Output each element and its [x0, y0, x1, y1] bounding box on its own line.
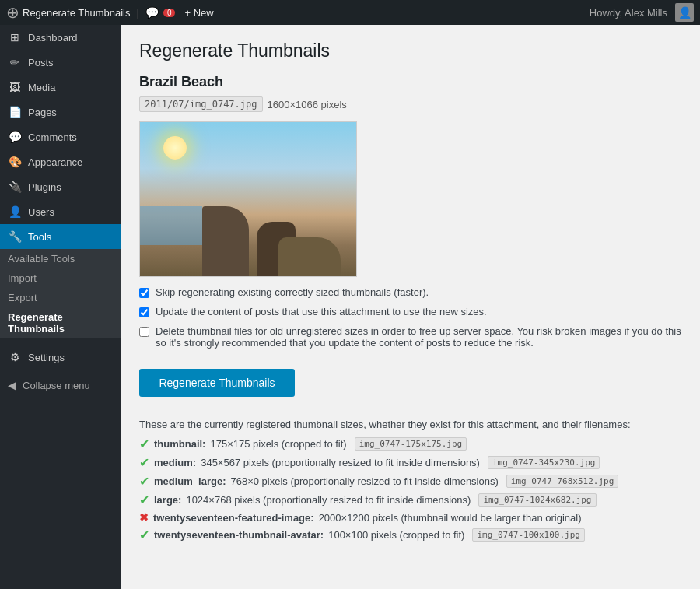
delete-old-checkbox[interactable]	[139, 327, 149, 337]
thumb-name-4: twentyseventeen-featured-image:	[153, 512, 314, 524]
check-icon-0: ✔	[139, 436, 149, 451]
sidebar-label-comments: Comments	[28, 131, 77, 143]
sidebar-label-tools: Tools	[28, 231, 51, 243]
collapse-icon: ◀	[8, 379, 16, 391]
settings-icon: ⚙	[8, 351, 22, 363]
plugins-icon: 🔌	[8, 181, 22, 193]
sidebar-item-plugins[interactable]: 🔌 Plugins	[0, 174, 121, 199]
skip-existing-checkbox[interactable]	[139, 288, 149, 298]
sidebar: ⊞ Dashboard ✏ Posts 🖼 Media 📄 Pages 💬 Co…	[0, 25, 121, 589]
update-content-checkbox[interactable]	[139, 307, 149, 317]
main-content: Regenerate Thumbnails Brazil Beach 2011/…	[121, 25, 700, 589]
sidebar-label-appearance: Appearance	[28, 156, 82, 168]
sidebar-label-plugins: Plugins	[28, 181, 61, 193]
thumb-file-2: img_0747-768x512.jpg	[506, 475, 618, 488]
rock3-decoration	[278, 237, 341, 276]
thumb-row-5: ✔ twentyseventeen-thumbnail-avatar: 100×…	[139, 528, 681, 542]
thumb-row-4: ✖ twentyseventeen-featured-image: 2000×1…	[139, 511, 681, 524]
users-icon: 👤	[8, 205, 22, 218]
user-avatar: 👤	[675, 3, 694, 22]
dashboard-icon: ⊞	[8, 31, 22, 44]
filename-row: 2011/07/img_0747.jpg 1600×1066 pixels	[139, 96, 681, 112]
check-icon-1: ✔	[139, 455, 149, 470]
sidebar-label-dashboard: Dashboard	[28, 32, 78, 44]
filename-badge: 2011/07/img_0747.jpg	[139, 96, 263, 112]
sidebar-item-users[interactable]: 👤 Users	[0, 199, 121, 224]
sidebar-item-settings[interactable]: ⚙ Settings	[0, 345, 121, 370]
sidebar-item-pages[interactable]: 📄 Pages	[0, 100, 121, 124]
appearance-icon: 🎨	[8, 156, 22, 168]
sidebar-label-settings: Settings	[28, 352, 65, 363]
checkbox-update-content: Update the content of posts that use thi…	[139, 306, 681, 317]
error-icon-4: ✖	[139, 511, 149, 524]
pages-icon: 📄	[8, 106, 22, 118]
image-preview	[139, 121, 357, 277]
sidebar-item-media[interactable]: 🖼 Media	[0, 75, 121, 100]
thumb-name-1: medium:	[154, 457, 196, 468]
check-icon-5: ✔	[139, 528, 149, 542]
sidebar-label-pages: Pages	[28, 107, 57, 118]
thumb-name-5: twentyseventeen-thumbnail-avatar:	[154, 529, 324, 541]
sub-export[interactable]: Export	[0, 288, 121, 307]
comments-icon[interactable]: 💬	[145, 6, 159, 19]
posts-icon: ✏	[8, 56, 22, 68]
sidebar-item-tools[interactable]: 🔧 Tools	[0, 224, 121, 249]
sidebar-item-posts[interactable]: ✏ Posts	[0, 50, 121, 75]
thumb-file-0: img_0747-175x175.jpg	[355, 437, 467, 451]
skip-existing-label: Skip regenerating existing correctly siz…	[156, 286, 429, 298]
topbar: ⊕ Regenerate Thumbnails | 💬 0 + New Howd…	[0, 0, 700, 25]
tools-icon: 🔧	[8, 230, 22, 243]
sub-regenerate-thumbnails[interactable]: Regenerate Thumbnails	[0, 307, 121, 338]
topbar-separator: |	[137, 7, 139, 19]
thumb-desc-2: 768×0 pixels (proportionally resized to …	[230, 475, 498, 487]
thumb-row-1: ✔ medium: 345×567 pixels (proportionally…	[139, 455, 681, 470]
thumb-file-1: img_0747-345x230.jpg	[488, 456, 600, 469]
delete-old-label: Delete thumbnail files for old unregiste…	[156, 325, 681, 349]
thumb-name-2: medium_large:	[154, 475, 226, 487]
sidebar-label-media: Media	[28, 82, 55, 93]
checkbox-skip-existing: Skip regenerating existing correctly siz…	[139, 286, 681, 298]
thumb-row-2: ✔ medium_large: 768×0 pixels (proportion…	[139, 474, 681, 489]
thumb-file-3: img_0747-1024x682.jpg	[478, 493, 596, 507]
dimensions-text: 1600×1066 pixels	[268, 99, 347, 110]
sub-available-tools[interactable]: Available Tools	[0, 249, 121, 268]
thumb-file-5: img_0747-100x100.jpg	[472, 528, 584, 542]
thumb-desc-0: 175×175 pixels (cropped to fit)	[210, 438, 346, 450]
thumb-desc-3: 1024×768 pixels (proportionally resized …	[186, 494, 471, 506]
thumb-row-3: ✔ large: 1024×768 pixels (proportionally…	[139, 493, 681, 507]
sidebar-item-comments[interactable]: 💬 Comments	[0, 124, 121, 149]
thumb-name-0: thumbnail:	[154, 438, 205, 450]
sidebar-label-users: Users	[28, 206, 54, 218]
comments-sidebar-icon: 💬	[8, 131, 22, 143]
check-icon-3: ✔	[139, 493, 149, 507]
howdy-text: Howdy, Alex Mills	[590, 7, 667, 19]
comments-count: 0	[163, 9, 176, 17]
thumbnail-intro: These are the currently registered thumb…	[139, 419, 681, 430]
update-content-label: Update the content of posts that use thi…	[156, 306, 487, 317]
thumb-row-0: ✔ thumbnail: 175×175 pixels (cropped to …	[139, 436, 681, 451]
page-title: Regenerate Thumbnails	[139, 40, 681, 61]
sidebar-item-dashboard[interactable]: ⊞ Dashboard	[0, 25, 121, 50]
attachment-title: Brazil Beach	[139, 74, 681, 90]
thumb-desc-1: 345×567 pixels (proportionally resized t…	[201, 457, 480, 468]
sub-import[interactable]: Import	[0, 268, 121, 288]
collapse-label: Collapse menu	[23, 380, 90, 391]
regenerate-button[interactable]: Regenerate Thumbnails	[139, 369, 295, 397]
check-icon-2: ✔	[139, 474, 149, 489]
thumb-name-3: large:	[154, 494, 181, 506]
site-name[interactable]: Regenerate Thumbnails	[23, 7, 131, 19]
rock1-decoration	[202, 206, 249, 276]
collapse-menu[interactable]: ◀ Collapse menu	[0, 373, 121, 398]
wp-logo-icon: ⊕	[6, 3, 19, 22]
tools-submenu: Available Tools Import Export Regenerate…	[0, 249, 121, 338]
sidebar-item-appearance[interactable]: 🎨 Appearance	[0, 149, 121, 174]
new-button[interactable]: + New	[184, 7, 213, 19]
media-icon: 🖼	[8, 81, 22, 93]
water-decoration	[140, 206, 202, 245]
thumb-desc-5: 100×100 pixels (cropped to fit)	[328, 529, 464, 541]
sun-decoration	[163, 136, 187, 160]
checkbox-delete-old: Delete thumbnail files for old unregiste…	[139, 325, 681, 349]
sidebar-label-posts: Posts	[28, 57, 54, 68]
thumb-desc-4: 2000×1200 pixels (thumbnail would be lar…	[319, 512, 582, 524]
